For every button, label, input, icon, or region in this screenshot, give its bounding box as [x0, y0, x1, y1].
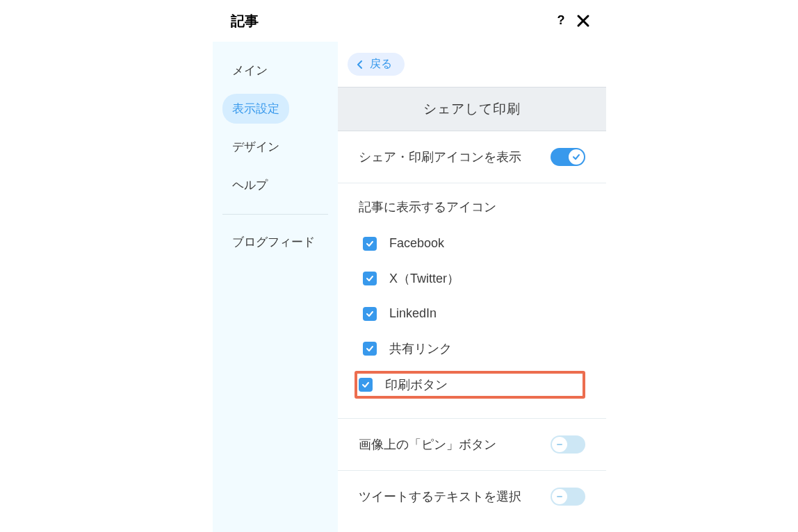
- close-icon[interactable]: [576, 13, 591, 28]
- checkbox-label: X（Twitter）: [389, 270, 459, 287]
- checkbox-row-facebook: Facebook: [359, 231, 585, 256]
- sidebar-item-label: メイン: [232, 64, 268, 77]
- checkbox-row-share-link: 共有リンク: [359, 335, 585, 363]
- share-print-toggle-row: シェア・印刷アイコンを表示: [338, 131, 606, 183]
- sidebar-item-label: ブログフィード: [232, 235, 315, 249]
- sidebar-secondary: ブログフィード: [213, 227, 338, 265]
- section-banner-label: シェアして印刷: [423, 101, 521, 116]
- back-button[interactable]: 戻る: [348, 53, 405, 76]
- panel-title: 記事: [231, 12, 259, 31]
- header-actions: ?: [555, 13, 591, 28]
- sidebar: メイン 表示設定 デザイン ヘルプ ブログフィード: [213, 42, 338, 532]
- chevron-left-icon: [357, 60, 363, 69]
- share-print-toggle[interactable]: [551, 148, 585, 166]
- checkbox-linkedin[interactable]: [363, 307, 377, 321]
- toggle-knob: [552, 489, 567, 504]
- checkbox-print-button[interactable]: [359, 378, 373, 392]
- checkbox-row-linkedin: LinkedIn: [359, 301, 585, 326]
- tweet-text-toggle-row: ツイートするテキストを選択: [338, 471, 606, 522]
- back-button-label: 戻る: [370, 57, 392, 72]
- checkbox-row-twitter: X（Twitter）: [359, 265, 585, 292]
- checkbox-label: 印刷ボタン: [385, 376, 448, 393]
- pin-toggle[interactable]: [551, 435, 585, 454]
- share-print-toggle-label: シェア・印刷アイコンを表示: [359, 149, 521, 165]
- sidebar-item-label: 表示設定: [232, 102, 279, 115]
- checkbox-facebook[interactable]: [363, 237, 377, 251]
- content: 戻る シェアして印刷 シェア・印刷アイコンを表示 記事に表示するアイコン: [338, 42, 606, 532]
- settings-panel: 記事 ? メイン 表示設定 デザイン: [213, 0, 606, 532]
- panel-body: メイン 表示設定 デザイン ヘルプ ブログフィード: [213, 42, 606, 532]
- checkbox-share-link[interactable]: [363, 342, 377, 356]
- toggle-knob: [552, 437, 567, 452]
- sidebar-item-help[interactable]: ヘルプ: [222, 170, 277, 200]
- sidebar-primary: メイン 表示設定 デザイン ヘルプ: [213, 56, 338, 208]
- checkbox-label: 共有リンク: [389, 340, 452, 357]
- sidebar-item-blog-feed[interactable]: ブログフィード: [222, 227, 325, 257]
- panel-header: 記事 ?: [213, 0, 606, 42]
- checkbox-label: Facebook: [389, 236, 444, 251]
- sidebar-item-label: ヘルプ: [232, 178, 268, 192]
- icons-section-title: 記事に表示するアイコン: [359, 199, 585, 215]
- pin-toggle-label: 画像上の「ピン」ボタン: [359, 436, 496, 453]
- section-banner: シェアして印刷: [338, 87, 606, 131]
- checkbox-row-print-button: 印刷ボタン: [355, 371, 585, 399]
- tweet-text-toggle-label: ツイートするテキストを選択: [359, 488, 521, 505]
- svg-text:?: ?: [557, 15, 565, 27]
- icons-section: 記事に表示するアイコン Facebook X（Twitter）: [338, 183, 606, 419]
- sidebar-item-display-settings[interactable]: 表示設定: [222, 94, 289, 124]
- sidebar-item-main[interactable]: メイン: [222, 56, 277, 85]
- help-icon[interactable]: ?: [555, 15, 567, 27]
- pin-toggle-row: 画像上の「ピン」ボタン: [338, 419, 606, 471]
- sidebar-item-label: デザイン: [232, 140, 279, 153]
- toggle-knob: [569, 149, 584, 165]
- sidebar-divider: [222, 214, 328, 215]
- checkbox-label: LinkedIn: [389, 306, 437, 321]
- checkbox-twitter[interactable]: [363, 272, 377, 285]
- tweet-text-toggle[interactable]: [551, 488, 585, 506]
- sidebar-item-design[interactable]: デザイン: [222, 132, 289, 162]
